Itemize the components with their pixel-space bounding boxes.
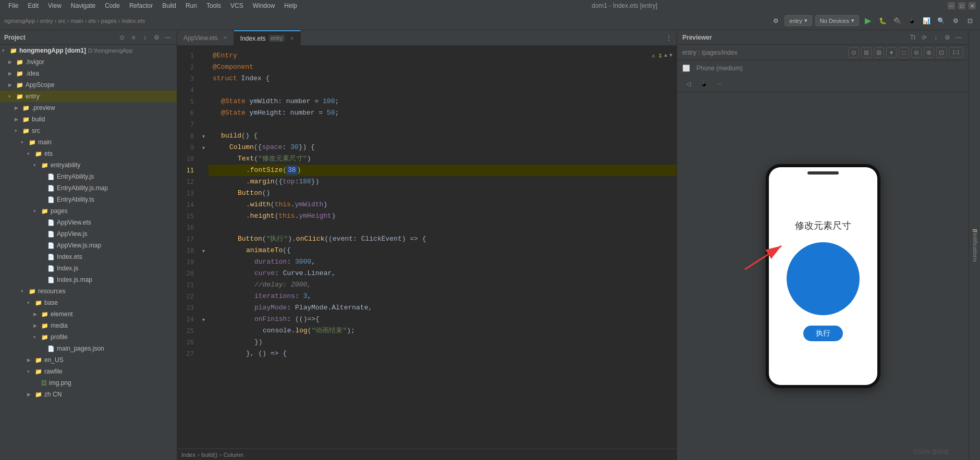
nav-up-icon[interactable]: ▲: [664, 50, 667, 61]
menu-tools[interactable]: Tools: [202, 1, 225, 10]
tab-appview-ets[interactable]: AppView.ets ✕: [177, 30, 234, 46]
tree-item-entryability[interactable]: ▾ 📁 entryability: [0, 159, 177, 171]
menu-run[interactable]: Run: [181, 1, 201, 10]
tree-item-en-us[interactable]: ▶ 📁 en_US: [0, 354, 177, 366]
tree-item-idea[interactable]: ▶ 📁 .idea: [0, 68, 177, 79]
nav-down-icon[interactable]: ▼: [669, 50, 672, 61]
code-line-18: animateTo({: [209, 245, 677, 256]
tree-item-appview-js-map[interactable]: ▶ 📄 AppView.js.map: [0, 240, 177, 251]
menu-code[interactable]: Code: [101, 1, 124, 10]
minimize-button[interactable]: ─: [948, 2, 955, 9]
profile-icon[interactable]: 📊: [921, 15, 932, 27]
more-button[interactable]: ···: [714, 78, 725, 90]
previewer-chevron-icon[interactable]: ▾: [886, 47, 897, 58]
tree-item-index-ets[interactable]: ▶ 📄 Index.ets: [0, 251, 177, 263]
sidebar-icon-collapse[interactable]: ↕: [140, 33, 150, 42]
previewer-zoom-in-icon[interactable]: ⊕: [924, 47, 934, 58]
device-icon[interactable]: 📱: [906, 15, 917, 27]
menu-vcs[interactable]: VCS: [226, 1, 248, 10]
tree-item-element[interactable]: ▶ 📁 element: [0, 308, 177, 320]
no-devices-dropdown[interactable]: No Devices ▾: [815, 15, 859, 26]
tree-item-rawfile[interactable]: ▾ 📁 rawfile: [0, 366, 177, 377]
tree-item-entryability-js-map[interactable]: ▶ 📄 EntryAbility.js.map: [0, 182, 177, 194]
close-button[interactable]: ✕: [969, 2, 976, 9]
previewer-tt-icon[interactable]: Tt: [908, 33, 917, 42]
gear-icon[interactable]: ⚙: [950, 15, 961, 27]
phone-icon-btn[interactable]: 📱: [698, 78, 709, 90]
previewer-close-icon[interactable]: —: [954, 33, 963, 42]
tree-item-root[interactable]: ▾ 📁 hongmengApp [dom1] D:\hongmengApp: [0, 45, 177, 56]
tree-item-hvigor[interactable]: ▶ 📁 .hvigor: [0, 56, 177, 68]
sidebar-icon-locate[interactable]: ⊙: [117, 33, 127, 42]
plugin-icon[interactable]: 🔌: [891, 15, 903, 27]
breadcrumb-sep-2: ›: [219, 452, 222, 458]
gutter-9[interactable]: ▾: [198, 142, 209, 153]
gutter-24[interactable]: ▾: [198, 314, 209, 325]
menu-help[interactable]: Help: [280, 1, 301, 10]
tree-item-appscope[interactable]: ▶ 📁 AppScope: [0, 79, 177, 91]
tab-menu-button[interactable]: ⋮: [661, 34, 677, 42]
tab-appview-close[interactable]: ✕: [223, 35, 227, 41]
gutter-18[interactable]: ▾: [198, 245, 209, 256]
breadcrumb-sep-1: ›: [198, 452, 200, 458]
tree-item-entryability-js[interactable]: ▶ 📄 EntryAbility.js: [0, 171, 177, 182]
tree-item-preview[interactable]: ▶ 📁 .preview: [0, 102, 177, 114]
previewer-download-icon[interactable]: ↓: [931, 33, 940, 42]
previewer-grid-icon[interactable]: ⊞: [874, 47, 884, 58]
previewer-rotate-icon[interactable]: ⟳: [920, 33, 929, 42]
notifications-tab[interactable]: Notifications: [971, 227, 980, 266]
tree-item-entry[interactable]: ▾ 📁 entry: [0, 91, 177, 102]
device-controls: ◁ 📱 ···: [677, 76, 969, 92]
tree-item-index-js[interactable]: ▶ 📄 Index.js: [0, 263, 177, 274]
debug-icon[interactable]: 🐛: [877, 15, 888, 27]
gutter-4: [198, 84, 209, 96]
code-editor[interactable]: @Entry ⚠ 1 ▲ ▼ @Component struct Index {: [209, 46, 677, 449]
tree-item-base[interactable]: ▾ 📁 base: [0, 297, 177, 308]
tree-item-resources[interactable]: ▾ 📁 resources: [0, 285, 177, 297]
tree-item-src[interactable]: ▾ 📁 src: [0, 125, 177, 136]
maximize-button[interactable]: □: [958, 2, 965, 9]
previewer-rect-icon[interactable]: □: [899, 47, 909, 58]
entry-dropdown[interactable]: entry ▾: [785, 15, 812, 26]
gutter-16: [198, 222, 209, 233]
tree-item-index-js-map[interactable]: ▶ 📄 Index.js.map: [0, 274, 177, 285]
menu-edit[interactable]: Edit: [23, 1, 43, 10]
phone-execute-button[interactable]: 执行: [803, 326, 843, 341]
menu-refactor[interactable]: Refactor: [125, 1, 157, 10]
previewer-component-icon[interactable]: ⊞: [861, 47, 872, 58]
menu-view[interactable]: View: [44, 1, 66, 10]
tree-item-img-png[interactable]: ▶ 🖼 img.png: [0, 377, 177, 389]
sidebar-icon-settings[interactable]: ⚙: [152, 33, 161, 42]
tree-item-profile[interactable]: ▾ 📁 profile: [0, 331, 177, 343]
previewer-inspect-icon[interactable]: ⊙: [849, 47, 859, 58]
tree-item-main-pages-json[interactable]: ▶ 📄 main_pages.json: [0, 343, 177, 354]
previewer-settings-icon[interactable]: ⚙: [942, 33, 952, 42]
back-button[interactable]: ◁: [682, 78, 694, 90]
sidebar-icon-close[interactable]: —: [163, 33, 173, 42]
previewer-zoom-out-icon[interactable]: ⊖: [911, 47, 922, 58]
gutter-8[interactable]: ▾: [198, 130, 209, 142]
search-icon[interactable]: 🔍: [935, 15, 947, 27]
tree-item-build[interactable]: ▶ 📁 build: [0, 114, 177, 125]
tree-item-entryability-ts[interactable]: ▶ 📄 EntryAbility.ts: [0, 194, 177, 205]
expand-icon[interactable]: ⊡: [964, 15, 976, 27]
tree-item-zh-cn[interactable]: ▶ 📁 zh CN: [0, 389, 177, 400]
tree-item-main[interactable]: ▾ 📁 main: [0, 136, 177, 148]
tab-entry-badge: entry: [269, 35, 285, 42]
code-line-20: curve: Curve.Linear,: [209, 268, 677, 279]
previewer-fit-icon[interactable]: ⊡: [936, 47, 947, 58]
tab-index-ets[interactable]: Index.ets entry ✕: [234, 30, 301, 46]
run-button[interactable]: ▶: [862, 15, 874, 27]
menu-navigate[interactable]: Navigate: [67, 1, 100, 10]
menu-build[interactable]: Build: [158, 1, 180, 10]
menu-window[interactable]: Window: [249, 1, 279, 10]
tree-item-pages[interactable]: ▾ 📁 pages: [0, 205, 177, 217]
tree-item-ets[interactable]: ▾ 📁 ets: [0, 148, 177, 159]
tree-item-appview-js[interactable]: ▶ 📄 AppView.js: [0, 228, 177, 240]
sidebar-icon-sort[interactable]: ≡: [129, 33, 138, 42]
menu-file[interactable]: File: [4, 1, 22, 10]
settings-icon[interactable]: ⚙: [770, 15, 781, 27]
tab-index-close[interactable]: ✕: [290, 35, 294, 41]
tree-item-media[interactable]: ▶ 📁 media: [0, 320, 177, 331]
tree-item-appview-ets[interactable]: ▶ 📄 AppView.ets: [0, 217, 177, 228]
